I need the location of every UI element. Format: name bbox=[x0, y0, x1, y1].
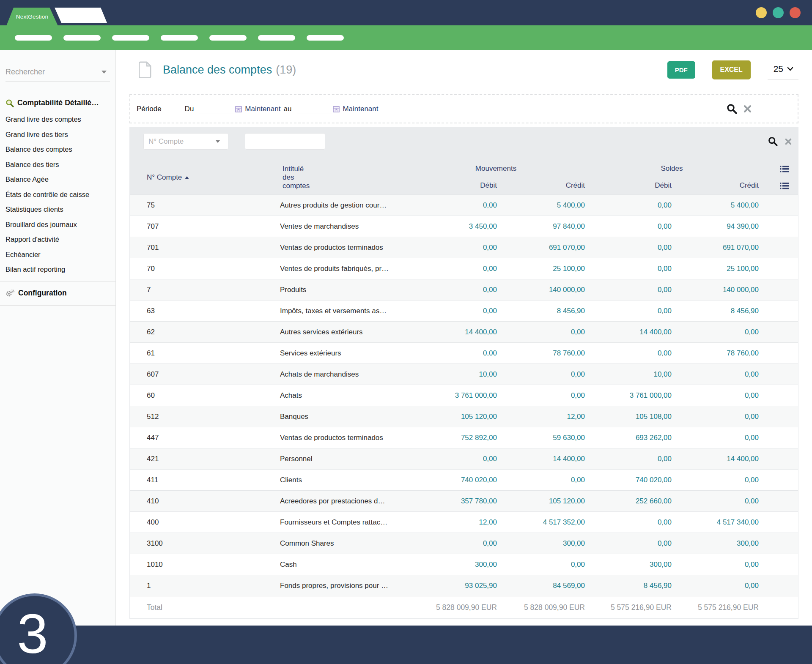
nav-item-placeholder[interactable] bbox=[209, 35, 247, 41]
sidebar-item-statistiques-clients[interactable]: Statistiques clients bbox=[5, 202, 110, 217]
table-row[interactable]: 1010 Cash 300,00 0,00 300,00 0,00 bbox=[130, 554, 798, 575]
cell-sld-credit: 0,00 bbox=[672, 370, 759, 379]
sidebar-item-balance-des-tiers[interactable]: Balance des tiers bbox=[5, 157, 110, 172]
cell-sld-debit: 300,00 bbox=[585, 560, 672, 569]
column-header-sld-credit[interactable]: Crédit bbox=[672, 181, 759, 190]
table-row[interactable]: 1 Fonds propres, provisions pour … 93 02… bbox=[130, 575, 798, 596]
table-row[interactable]: 400 Fournisseurs et Comptes rattac… 12,0… bbox=[130, 511, 798, 533]
column-header-label[interactable]: Intitulé des comptes bbox=[283, 165, 310, 190]
maximize-dot-icon[interactable] bbox=[773, 7, 784, 18]
cell-label: Fonds propres, provisions pour … bbox=[280, 582, 407, 590]
group-header-balances: Soldes bbox=[585, 164, 759, 173]
table-row[interactable]: 421 Personnel 0,00 14 400,00 0,00 14 400… bbox=[130, 448, 798, 469]
cell-mvt-credit: 84 569,00 bbox=[497, 582, 585, 590]
cell-label: Common Shares bbox=[280, 539, 407, 548]
table-row[interactable]: 61 Services extérieurs 0,00 78 760,00 0,… bbox=[130, 342, 798, 363]
table-row[interactable]: 63 Impôts, taxes et versements as… 0,00 … bbox=[130, 300, 798, 321]
calendar-icon[interactable] bbox=[235, 106, 242, 112]
table-row[interactable]: 60 Achats 3 761 000,00 0,00 3 761 000,00… bbox=[130, 385, 798, 406]
total-mvt-debit: 5 828 009,90 EUR bbox=[407, 603, 497, 612]
table-row[interactable]: 75 Autres produits de gestion cour… 0,00… bbox=[130, 194, 798, 216]
cell-sld-debit: 693 262,00 bbox=[585, 434, 672, 442]
pdf-export-button[interactable]: PDF bbox=[667, 61, 695, 79]
table-row[interactable]: 7 Produits 0,00 140 000,00 0,00 140 000,… bbox=[130, 279, 798, 300]
sidebar-item-balance-des-comptes[interactable]: Balance des comptes bbox=[5, 142, 110, 157]
sidebar-config-label: Configuration bbox=[18, 289, 67, 298]
sidebar-item-configuration[interactable]: Configuration bbox=[0, 281, 115, 305]
cell-sld-debit: 10,00 bbox=[585, 370, 672, 379]
table-row[interactable]: 410 Acreedores por prestaciones d… 357 7… bbox=[130, 490, 798, 511]
column-settings-button[interactable] bbox=[780, 165, 789, 172]
table-clear-button[interactable] bbox=[785, 138, 792, 145]
account-filter-select[interactable]: N° Compte bbox=[143, 133, 228, 150]
period-to-now-link[interactable]: Maintenant bbox=[343, 105, 378, 113]
close-icon bbox=[785, 138, 792, 145]
cell-sld-credit: 0,00 bbox=[672, 497, 759, 506]
minimize-dot-icon[interactable] bbox=[756, 7, 767, 18]
cell-sld-debit: 0,00 bbox=[585, 201, 672, 210]
brand-logo-tab[interactable]: NextGestion bbox=[6, 8, 58, 26]
table-row[interactable]: 447 Ventas de productos terminados 752 8… bbox=[130, 427, 798, 448]
total-label: Total bbox=[130, 603, 280, 612]
column-header-account[interactable]: N° Compte bbox=[147, 173, 189, 182]
cell-label: Services extérieurs bbox=[280, 349, 407, 358]
sidebar-item-brouillard-des-journaux[interactable]: Brouillard des journaux bbox=[5, 217, 110, 232]
table-row[interactable]: 607 Achats de marchandises 10,00 0,00 10… bbox=[130, 363, 798, 385]
cell-sld-debit: 0,00 bbox=[585, 265, 672, 273]
period-search-button[interactable] bbox=[726, 103, 738, 115]
cell-label: Produits bbox=[280, 286, 407, 294]
cell-sld-credit: 0,00 bbox=[672, 476, 759, 484]
cell-mvt-debit: 105 120,00 bbox=[407, 413, 497, 421]
nav-item-placeholder[interactable] bbox=[112, 35, 149, 41]
sidebar-item-ech-ancier[interactable]: Echéancier bbox=[5, 247, 110, 262]
sidebar-item--tats-de-contr-le-de-caisse[interactable]: États de contrôle de caisse bbox=[5, 187, 110, 202]
period-to-input[interactable] bbox=[297, 104, 332, 114]
cell-sld-credit: 78 760,00 bbox=[672, 349, 759, 358]
cell-mvt-credit: 300,00 bbox=[497, 539, 585, 548]
nav-item-placeholder[interactable] bbox=[258, 35, 295, 41]
period-from-now-link[interactable]: Maintenant bbox=[245, 105, 280, 113]
period-from-input[interactable] bbox=[199, 104, 234, 114]
sidebar-search-select[interactable]: Rechercher bbox=[5, 63, 110, 82]
period-filter-box: Période Du Maintenant au bbox=[129, 94, 798, 123]
column-header-sld-debit[interactable]: Débit bbox=[585, 181, 672, 190]
cell-sld-credit: 0,00 bbox=[672, 582, 759, 590]
table-row[interactable]: 3100 Common Shares 0,00 300,00 0,00 300,… bbox=[130, 533, 798, 554]
nav-item-placeholder[interactable] bbox=[161, 35, 198, 41]
sidebar-item-balance-ag-e[interactable]: Balance Agée bbox=[5, 172, 110, 187]
table-search-button[interactable] bbox=[768, 136, 778, 147]
cell-sld-credit: 140 000,00 bbox=[672, 286, 759, 294]
table-row[interactable]: 62 Autres services extérieurs 14 400,00 … bbox=[130, 321, 798, 342]
cell-sld-credit: 0,00 bbox=[672, 413, 759, 421]
cell-sld-credit: 94 390,00 bbox=[672, 222, 759, 231]
sidebar-item-grand-livre-des-comptes[interactable]: Grand livre des comptes bbox=[5, 112, 110, 127]
nav-item-placeholder[interactable] bbox=[63, 35, 101, 41]
cell-account: 411 bbox=[130, 476, 280, 484]
cell-sld-credit: 4 517 340,00 bbox=[672, 518, 759, 527]
table-row[interactable]: 70 Ventes de produits fabriqués, pr… 0,0… bbox=[130, 258, 798, 279]
period-label: Période bbox=[137, 105, 162, 113]
sidebar-section-title: Comptabilité Détaillé… bbox=[17, 98, 99, 107]
excel-export-button[interactable]: EXCEL bbox=[712, 60, 751, 79]
table-row[interactable]: 411 Clients 740 020,00 0,00 740 020,00 0… bbox=[130, 469, 798, 490]
calendar-icon[interactable] bbox=[333, 106, 340, 112]
close-dot-icon[interactable] bbox=[790, 7, 801, 18]
page-size-select[interactable]: 25 bbox=[768, 60, 798, 79]
sidebar-item-rapport-d-activit-[interactable]: Rapport d'activité bbox=[5, 232, 110, 247]
table-row[interactable]: 707 Ventes de marchandises 3 450,00 97 8… bbox=[130, 216, 798, 237]
table-row[interactable]: 512 Banques 105 120,00 12,00 105 108,00 … bbox=[130, 406, 798, 427]
sidebar-item-grand-livre-des-tiers[interactable]: Grand livre des tiers bbox=[5, 127, 110, 142]
column-settings-button[interactable] bbox=[780, 182, 789, 189]
nav-item-placeholder[interactable] bbox=[15, 35, 52, 41]
period-clear-button[interactable] bbox=[743, 104, 752, 113]
sidebar-item-bilan-actif-reporting[interactable]: Bilan actif reporting bbox=[5, 262, 110, 277]
table-search-input[interactable] bbox=[245, 133, 325, 150]
cell-sld-credit: 8 456,90 bbox=[672, 307, 759, 315]
cell-mvt-credit: 5 400,00 bbox=[497, 201, 585, 210]
column-header-mvt-debit[interactable]: Débit bbox=[407, 181, 497, 190]
cell-mvt-debit: 12,00 bbox=[407, 518, 497, 527]
table-row[interactable]: 701 Ventas de productos terminados 0,00 … bbox=[130, 237, 798, 258]
chevron-down-icon bbox=[102, 71, 107, 74]
nav-item-placeholder[interactable] bbox=[307, 35, 344, 41]
column-header-mvt-credit[interactable]: Crédit bbox=[497, 181, 585, 190]
